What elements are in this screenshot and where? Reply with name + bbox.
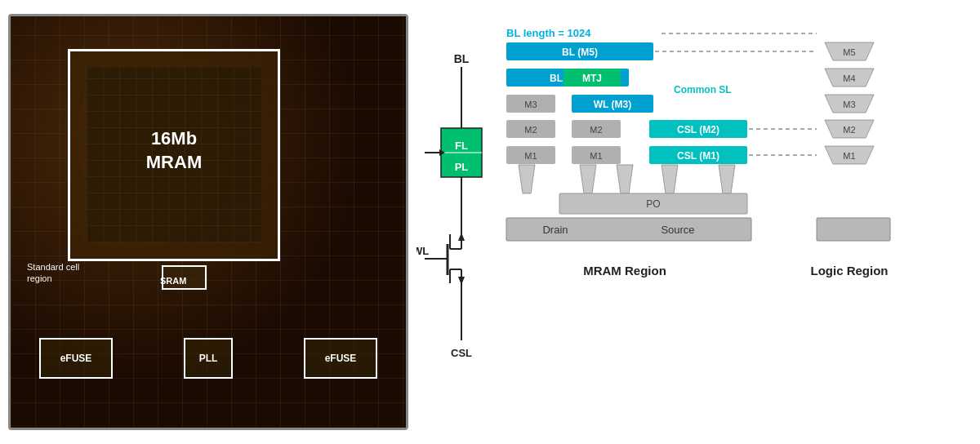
csl-m2-text: CSL (M2)	[677, 124, 719, 135]
via-csl-2	[719, 165, 735, 193]
mram-label-line2: MRAM	[146, 150, 202, 174]
m3-logic-label: M3	[843, 100, 855, 109]
bl-length-label: BL length = 1024	[506, 27, 591, 39]
m4-logic-label: M4	[843, 73, 855, 83]
m1-center-label: M1	[590, 151, 602, 161]
pll-block: PLL	[184, 338, 233, 379]
mram-block: 16Mb MRAM	[68, 49, 280, 261]
bl-m5-text: BL (M5)	[562, 47, 598, 58]
diagram-container: BL FL PL WL	[416, 14, 972, 430]
drain-label: Drain	[542, 224, 568, 236]
via-csl-1	[662, 165, 678, 193]
wl-text: WL	[416, 245, 429, 257]
m5-logic-label: M5	[843, 47, 855, 57]
mram-region-label: MRAM Region	[583, 264, 666, 278]
m2-left-label: M2	[524, 125, 537, 135]
pll-label: PLL	[199, 353, 218, 364]
efuse-left-label: eFUSE	[60, 353, 92, 364]
via-center-2	[617, 165, 633, 193]
layers-area: BL length = 1024 BL (M5) BL (M4) MTJ	[498, 22, 972, 414]
source-label: Source	[661, 224, 694, 236]
m3-left-label: M3	[524, 100, 537, 109]
logic-region-label: Logic Region	[811, 264, 889, 278]
logic-base-bar	[817, 218, 890, 241]
efuse-left-block: eFUSE	[39, 338, 113, 379]
mram-label-line1: 16Mb	[146, 127, 202, 151]
pl-text: PL	[455, 161, 469, 173]
bl-text: BL	[454, 52, 470, 65]
wl-m3-text: WL (M3)	[594, 99, 631, 110]
csl-text: CSL	[451, 347, 472, 359]
chip-photo: 16Mb MRAM SRAM Standard cell region eFUS…	[8, 14, 408, 430]
std-cell-label: Standard cell region	[27, 261, 79, 285]
m2-center-label: M2	[590, 125, 602, 135]
via-center-1	[580, 165, 596, 193]
po-label: PO	[646, 198, 660, 210]
layers-svg: BL length = 1024 BL (M5) BL (M4) MTJ	[498, 22, 972, 406]
common-sl-label: Common SL	[674, 84, 732, 95]
mram-label: 16Mb MRAM	[146, 127, 202, 174]
fl-text: FL	[455, 140, 468, 152]
via-left-1	[519, 165, 535, 193]
m1-logic-label: M1	[843, 151, 855, 161]
std-cell-line2: region	[27, 273, 79, 284]
efuse-right-label: eFUSE	[325, 353, 357, 364]
efuse-right-block: eFUSE	[304, 338, 377, 379]
svg-marker-14	[458, 233, 465, 241]
main-container: 16Mb MRAM SRAM Standard cell region eFUS…	[0, 0, 980, 444]
sram-label: SRAM	[160, 276, 186, 286]
m2-logic-label: M2	[843, 125, 855, 135]
mtj-text: MTJ	[582, 73, 602, 84]
m1-left-label: M1	[524, 151, 537, 161]
csl-m1-text: CSL (M1)	[677, 150, 719, 162]
std-cell-line1: Standard cell	[27, 261, 79, 273]
